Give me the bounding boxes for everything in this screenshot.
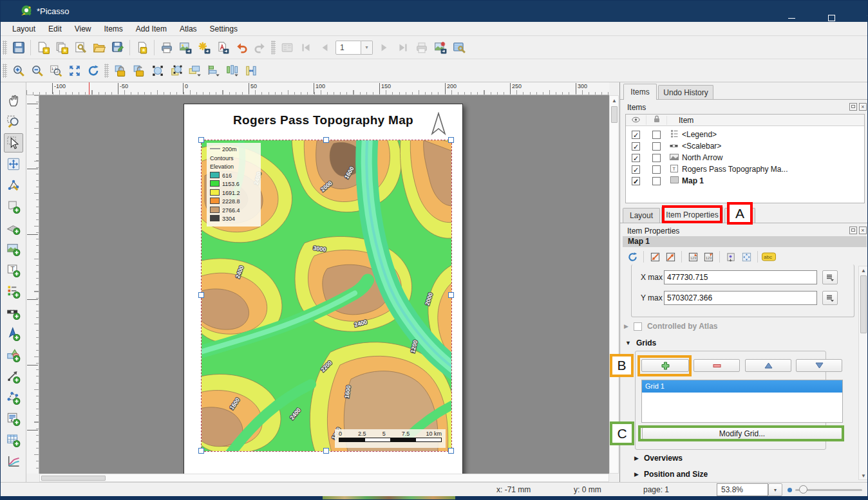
scroll-up-icon[interactable]: ▲: [861, 268, 866, 273]
menu-items[interactable]: Items: [98, 23, 129, 35]
add-plot-tool-icon[interactable]: [4, 452, 23, 471]
add-legend-tool-icon[interactable]: [4, 282, 23, 301]
lock-checkbox[interactable]: [652, 154, 661, 162]
toolbar-grip[interactable]: [3, 64, 7, 78]
align-items-icon[interactable]: [204, 62, 223, 80]
pan-tool-icon[interactable]: [4, 91, 23, 110]
zoom-level-combobox[interactable]: 53.8%: [717, 483, 768, 496]
atlas-settings-icon[interactable]: [449, 39, 468, 57]
add-label-tool-icon[interactable]: T: [4, 261, 23, 280]
first-feature-icon[interactable]: [296, 39, 315, 57]
last-feature-icon[interactable]: [393, 39, 412, 57]
next-feature-icon[interactable]: [375, 39, 393, 57]
add-north-arrow-tool-icon[interactable]: [4, 324, 23, 344]
duplicate-layout-icon[interactable]: [52, 39, 71, 57]
move-item-content-tool-icon[interactable]: [4, 154, 23, 174]
add-scalebar-tool-icon[interactable]: [4, 303, 23, 322]
new-report-icon[interactable]: [33, 39, 52, 57]
scroll-down-icon[interactable]: ▼: [861, 473, 866, 479]
select-move-item-tool-icon[interactable]: [4, 133, 23, 153]
menu-edit[interactable]: Edit: [42, 23, 68, 35]
canvas-vertical-scrollbar[interactable]: ▲: [609, 95, 619, 474]
maximize-button[interactable]: [827, 14, 836, 23]
collapse-arrow-icon[interactable]: ▶: [634, 455, 639, 461]
selection-handle[interactable]: [198, 137, 204, 143]
zoom-actual-icon[interactable]: 1:1: [46, 62, 65, 80]
redo-icon[interactable]: [250, 39, 269, 57]
ymax-input[interactable]: [664, 291, 817, 305]
float-panel-icon[interactable]: [849, 103, 857, 111]
export-image-icon[interactable]: [176, 39, 194, 57]
collapse-arrow-icon[interactable]: ▼: [625, 340, 631, 346]
refresh-icon[interactable]: [84, 62, 102, 80]
view-scale-in-canvas-icon[interactable]: 123: [701, 250, 715, 264]
canvas-horizontal-scrollbar[interactable]: [39, 474, 609, 482]
menu-add-item[interactable]: Add Item: [129, 23, 173, 35]
scalebar-item[interactable]: 0 2.5 5 7.5 10 km: [335, 429, 446, 448]
tab-items[interactable]: Items: [623, 84, 657, 100]
position-size-section-header[interactable]: ▶ Position and Size: [634, 470, 708, 479]
menu-atlas[interactable]: Atlas: [173, 23, 203, 35]
layout-canvas[interactable]: Rogers Pass Topography Map: [39, 95, 609, 474]
tab-undo-history[interactable]: Undo History: [658, 85, 713, 100]
zoom-full-icon[interactable]: [65, 62, 84, 80]
zoom-tool-icon[interactable]: [4, 112, 23, 131]
panel-vertical-scrollbar[interactable]: ▲ ▼: [858, 266, 868, 480]
export-svg-icon[interactable]: [194, 39, 213, 57]
legend-item[interactable]: 200m Contours Elevation 616 1153.6 1691.…: [207, 143, 261, 227]
print-atlas-icon[interactable]: [412, 39, 431, 57]
unlock-items-icon[interactable]: [129, 62, 148, 80]
item-row-north-arrow[interactable]: ✓ North Arrow: [626, 152, 864, 163]
minimize-button[interactable]: [788, 14, 797, 23]
view-extent-in-canvas-icon[interactable]: [663, 250, 677, 264]
lock-checkbox[interactable]: [652, 142, 661, 151]
interactively-edit-extent-icon[interactable]: [724, 250, 738, 264]
set-scale-to-canvas-icon[interactable]: 123: [686, 250, 700, 264]
add-picture-tool-icon[interactable]: [4, 239, 23, 259]
resize-items-icon[interactable]: [241, 62, 260, 80]
selection-handle[interactable]: [323, 137, 329, 143]
add-attribute-table-tool-icon[interactable]: [4, 431, 23, 450]
zoom-out-icon[interactable]: [28, 62, 46, 80]
close-panel-icon[interactable]: ×: [859, 103, 867, 111]
grid-list-item-selected[interactable]: Grid 1: [642, 380, 842, 393]
visibility-checkbox[interactable]: ✓: [632, 154, 640, 162]
grid-list[interactable]: Grid 1: [641, 380, 843, 423]
lock-checkbox[interactable]: [652, 131, 661, 139]
preview-atlas-icon[interactable]: [278, 39, 296, 57]
lock-items-icon[interactable]: [111, 62, 129, 80]
visibility-checkbox[interactable]: ✓: [632, 177, 640, 185]
grids-section-header[interactable]: ▼ Grids: [625, 338, 656, 347]
deselect-all-icon[interactable]: [167, 62, 185, 80]
save-project-icon[interactable]: [9, 39, 28, 57]
add-map-tool-icon[interactable]: [4, 197, 23, 216]
export-atlas-icon[interactable]: [431, 39, 449, 57]
add-arrow-tool-icon[interactable]: [4, 367, 23, 386]
selection-handle[interactable]: [198, 448, 204, 454]
item-row-legend[interactable]: ✓ <Legend>: [626, 129, 864, 140]
overviews-section-header[interactable]: ▶ Overviews: [634, 454, 683, 463]
item-row-scalebar[interactable]: ✓ <Scalebar>: [626, 140, 864, 152]
xmax-input[interactable]: [664, 270, 817, 284]
open-layout-icon[interactable]: [90, 39, 108, 57]
add-node-item-tool-icon[interactable]: [4, 388, 23, 407]
raise-items-icon[interactable]: [185, 62, 204, 80]
visibility-checkbox[interactable]: ✓: [632, 142, 640, 151]
zoom-slider-thumb[interactable]: [799, 485, 807, 494]
ymax-data-defined-button[interactable]: [822, 291, 838, 305]
zoom-dropdown-icon[interactable]: ▾: [768, 483, 782, 496]
previous-feature-icon[interactable]: [315, 39, 334, 57]
item-row-title-label[interactable]: ✓ T Rogers Pass Topography Ma...: [626, 163, 864, 175]
undo-icon[interactable]: [232, 39, 250, 57]
set-extent-to-canvas-icon[interactable]: [648, 250, 662, 264]
print-icon[interactable]: [157, 39, 176, 57]
scroll-up-icon[interactable]: ▲: [612, 98, 617, 104]
north-arrow-item[interactable]: [430, 112, 447, 138]
layout-manager-icon[interactable]: [71, 39, 90, 57]
add-html-tool-icon[interactable]: [4, 409, 23, 429]
collapse-arrow-icon[interactable]: ▶: [634, 471, 639, 477]
item-row-map1[interactable]: ✓ Map 1: [626, 175, 864, 187]
labeling-settings-icon[interactable]: abc: [762, 250, 776, 264]
menu-settings[interactable]: Settings: [203, 23, 244, 35]
distribute-items-icon[interactable]: [223, 62, 241, 80]
